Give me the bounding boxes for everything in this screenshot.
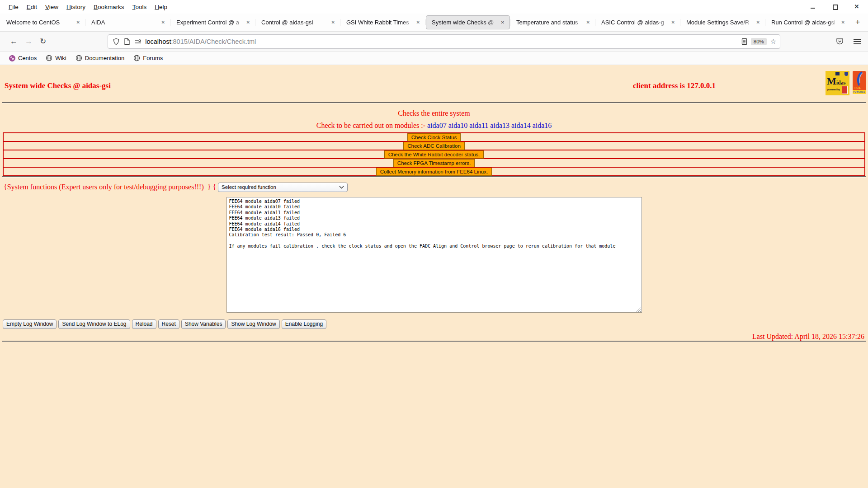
system-functions-label: {System functions (Expert users only for… <box>4 183 216 191</box>
reader-mode-icon[interactable] <box>741 38 747 45</box>
tab-label: Module Settings Save/R <box>686 19 755 26</box>
tcl-powered-logo: TCL POWERED <box>853 71 866 94</box>
browser-tab[interactable]: Control @ aidas-gsi ✕ <box>256 15 340 29</box>
bookmark-wiki[interactable]: Wiki <box>42 53 70 63</box>
chevron-down-icon <box>339 186 344 189</box>
action-button[interactable]: Empty Log Window <box>3 319 57 329</box>
midas-mini-badge <box>842 86 848 94</box>
page-info-icon[interactable] <box>124 38 130 45</box>
function-select-value: Select required function <box>222 184 339 190</box>
check-row: Check Clock Status <box>3 132 865 142</box>
footer-divider <box>2 341 866 342</box>
logos: Midas powered by TCL POWERED <box>826 71 866 95</box>
back-icon[interactable]: ← <box>6 35 21 48</box>
app-menu-icon[interactable] <box>854 41 861 42</box>
maximize-icon[interactable] <box>832 4 838 10</box>
browser-tab[interactable]: Temperature and status ✕ <box>511 15 595 29</box>
bookmark-centos[interactable]: Centos <box>5 53 40 63</box>
action-button[interactable]: Reload <box>132 319 156 329</box>
close-icon[interactable]: ✕ <box>854 4 860 10</box>
centos-icon <box>9 55 15 61</box>
shield-icon[interactable] <box>113 38 120 45</box>
bookmark-documentation[interactable]: Documentation <box>72 53 128 63</box>
system-functions-row: {System functions (Expert users only for… <box>4 182 868 192</box>
window-controls: ✕ <box>810 4 860 10</box>
tab-label: Experiment Control @ a <box>176 19 245 26</box>
zoom-level-badge[interactable]: 80% <box>751 38 767 45</box>
url-text[interactable]: localhost:8015/AIDA/Check/Check.tml <box>145 38 741 45</box>
action-button[interactable]: Send Log Window to ELog <box>58 319 130 329</box>
tab-close-icon[interactable]: ✕ <box>245 19 251 26</box>
forward-icon[interactable]: → <box>21 35 36 48</box>
url-host: localhost <box>145 38 171 45</box>
tab-close-icon[interactable]: ✕ <box>585 19 591 26</box>
action-button[interactable]: Reset <box>158 319 179 329</box>
tab-close-icon[interactable]: ✕ <box>415 19 421 26</box>
log-window-wrap: FEE64 module aida07 failed FEE64 module … <box>226 197 642 313</box>
url-path: :8015/AIDA/Check/Check.tml <box>171 38 256 45</box>
action-button[interactable]: Enable Logging <box>282 319 326 329</box>
browser-tab[interactable]: Welcome to CentOS ✕ <box>1 15 85 29</box>
tab-close-icon[interactable]: ✕ <box>330 19 336 26</box>
midas-castle-glyph <box>835 72 840 75</box>
check-row: Check FPGA Timestamp errors. <box>3 158 865 168</box>
tab-close-icon[interactable]: ✕ <box>160 19 166 26</box>
browser-tab[interactable]: Module Settings Save/R ✕ <box>681 15 765 29</box>
check-button[interactable]: Check FPGA Timestamp errors. <box>393 159 475 167</box>
navigation-toolbar: ← → ↻ localhost:8015/AIDA/Check/Check.tm… <box>0 32 868 52</box>
tab-close-icon[interactable]: ✕ <box>670 19 676 26</box>
pocket-icon[interactable] <box>836 38 844 45</box>
tcl-wordmark: TCL <box>854 86 862 89</box>
log-window[interactable]: FEE64 module aida07 failed FEE64 module … <box>226 197 642 313</box>
page-subtitle: Checks the entire system <box>0 109 868 117</box>
globe-icon <box>46 55 52 61</box>
browser-tab[interactable]: GSI White Rabbit Times ✕ <box>341 15 425 29</box>
browser-tab[interactable]: Experiment Control @ a ✕ <box>171 15 255 29</box>
tab-close-icon[interactable]: ✕ <box>840 19 846 26</box>
globe-icon <box>75 55 82 61</box>
bookmark-forums[interactable]: Forums <box>130 53 166 63</box>
tab-close-icon[interactable]: ✕ <box>755 19 761 26</box>
check-button[interactable]: Check the White Rabbit decoder status. <box>384 150 484 159</box>
menu-item[interactable]: View <box>41 2 62 12</box>
tab-label: ASIC Control @ aidas-g <box>601 19 670 26</box>
midas-shield-glyph <box>844 72 848 76</box>
modules-line: Check to be carried out on modules :- ai… <box>0 122 868 130</box>
last-updated: Last Updated: April 18, 2026 15:37:26 <box>0 333 864 341</box>
menu-item[interactable]: Bookmarks <box>90 2 128 12</box>
window-titlebar: File Edit View History Bookmarks Tools H… <box>0 0 868 14</box>
menu-item[interactable]: Tools <box>128 2 151 12</box>
minimize-icon[interactable] <box>810 4 816 10</box>
check-button[interactable]: Check Clock Status <box>407 133 461 141</box>
tab-label: Run Control @ aidas-gsi <box>771 19 840 26</box>
menu-item[interactable]: Help <box>151 2 171 12</box>
bookmark-label: Documentation <box>85 55 124 61</box>
menu-item[interactable]: Edit <box>23 2 41 12</box>
browser-tab[interactable]: ASIC Control @ aidas-g ✕ <box>596 15 680 29</box>
menu-item[interactable]: File <box>5 2 23 12</box>
tab-close-icon[interactable]: ✕ <box>500 19 506 26</box>
check-row: Check ADC Calibration <box>3 141 865 150</box>
tab-label: System wide Checks @ <box>432 19 500 26</box>
tcl-feather-icon <box>854 71 865 87</box>
reload-icon[interactable]: ↻ <box>36 35 50 48</box>
new-tab-button[interactable]: + <box>850 17 866 28</box>
tab-label: GSI White Rabbit Times <box>346 19 415 26</box>
bookmark-star-icon[interactable]: ☆ <box>770 38 776 46</box>
url-bar[interactable]: localhost:8015/AIDA/Check/Check.tml 80% … <box>108 34 780 49</box>
function-select[interactable]: Select required function <box>218 183 348 192</box>
menu-item[interactable]: History <box>62 2 90 12</box>
browser-tab[interactable]: AIDA ✕ <box>86 15 170 29</box>
tab-strip: Welcome to CentOS ✕ AIDA ✕ Experiment Co… <box>0 14 868 32</box>
tab-close-icon[interactable]: ✕ <box>75 19 81 26</box>
client-address: client address is 127.0.0.1 <box>633 81 716 90</box>
action-button[interactable]: Show Variables <box>181 319 226 329</box>
tab-label: Welcome to CentOS <box>6 19 75 26</box>
check-row: Check the White Rabbit decoder status. <box>3 150 865 159</box>
browser-tab[interactable]: Run Control @ aidas-gsi ✕ <box>766 15 850 29</box>
browser-tab[interactable]: System wide Checks @ ✕ <box>426 15 510 29</box>
permissions-icon[interactable] <box>134 39 142 44</box>
action-button[interactable]: Show Log Window <box>227 319 279 329</box>
check-button[interactable]: Collect Memory information from FEE64 Li… <box>376 168 492 176</box>
check-button[interactable]: Check ADC Calibration <box>403 142 465 150</box>
